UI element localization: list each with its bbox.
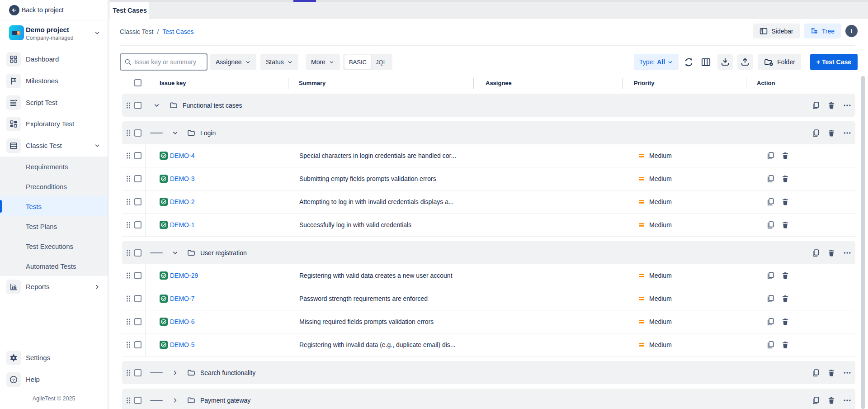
issue-key-link[interactable]: DEMO-1 — [170, 221, 194, 228]
info-icon[interactable]: i — [845, 25, 858, 37]
test-summary[interactable]: Password strength requirements are enfor… — [299, 295, 428, 302]
sidebar-item-settings[interactable]: Settings — [0, 347, 108, 369]
sidebar-item-exploratory-test[interactable]: Exploratory Test — [0, 113, 108, 135]
issue-key-link[interactable]: DEMO-7 — [170, 295, 194, 302]
copy-icon[interactable] — [766, 271, 774, 280]
trash-icon[interactable] — [781, 295, 789, 303]
trash-icon[interactable] — [827, 369, 836, 377]
breadcrumb-parent[interactable]: Classic Test — [120, 28, 153, 35]
drag-handle-icon[interactable] — [125, 175, 132, 183]
import-download-icon[interactable] — [717, 54, 733, 70]
column-header-assignee[interactable]: Assignee — [486, 80, 512, 86]
expand-chevron-icon[interactable] — [172, 249, 179, 256]
row-checkbox[interactable] — [134, 129, 142, 137]
row-checkbox[interactable] — [134, 272, 142, 279]
trash-icon[interactable] — [781, 341, 789, 349]
drag-handle-icon[interactable] — [125, 295, 132, 303]
sidebar-item-dashboard[interactable]: Dashboard — [0, 48, 108, 70]
test-summary[interactable]: Attempting to log in with invalid creden… — [299, 198, 454, 205]
copy-icon[interactable] — [766, 318, 774, 326]
trash-icon[interactable] — [827, 129, 836, 137]
test-summary[interactable]: Missing required fields prompts validati… — [299, 318, 434, 325]
select-all-checkbox[interactable] — [134, 79, 142, 86]
drag-handle-icon[interactable] — [125, 221, 132, 229]
issue-key-link[interactable]: DEMO-4 — [170, 152, 194, 159]
sidebar-item-classic-test[interactable]: Classic Test — [0, 135, 108, 157]
sidebar-item-tests[interactable]: Tests — [0, 196, 108, 216]
trash-icon[interactable] — [827, 396, 836, 404]
issue-key-link[interactable]: DEMO-2 — [170, 198, 194, 205]
test-summary[interactable]: Special characters in login credentials … — [299, 152, 456, 159]
trash-icon[interactable] — [827, 249, 836, 257]
expand-chevron-icon[interactable] — [172, 369, 179, 376]
drag-handle-icon[interactable] — [125, 369, 132, 377]
trash-icon[interactable] — [827, 101, 836, 109]
test-summary[interactable]: Successfully log in with valid credentia… — [299, 221, 411, 228]
row-checkbox[interactable] — [134, 295, 142, 302]
tab-test-cases[interactable]: Test Cases — [110, 2, 149, 19]
status-filter-button[interactable]: Status — [260, 54, 298, 70]
project-switcher-chevron-icon[interactable] — [94, 30, 100, 36]
copy-icon[interactable] — [766, 175, 774, 183]
row-checkbox[interactable] — [134, 102, 142, 109]
breadcrumb-current[interactable]: Test Cases — [162, 28, 193, 35]
copy-icon[interactable] — [766, 198, 774, 206]
expand-chevron-icon[interactable] — [172, 397, 179, 404]
drag-handle-icon[interactable] — [125, 198, 132, 206]
back-to-project[interactable]: Back to project — [0, 0, 108, 20]
sidebar-item-script-test[interactable]: Script Test — [0, 92, 108, 114]
sidebar-item-test-executions[interactable]: Test Executions — [0, 236, 108, 256]
more-options-icon[interactable] — [843, 249, 852, 257]
copy-icon[interactable] — [766, 341, 774, 349]
search-input[interactable] — [134, 58, 203, 66]
trash-icon[interactable] — [781, 318, 789, 326]
trash-icon[interactable] — [781, 152, 789, 160]
copy-icon[interactable] — [811, 396, 820, 404]
copy-icon[interactable] — [811, 129, 820, 137]
row-checkbox[interactable] — [134, 397, 142, 404]
copy-icon[interactable] — [766, 221, 774, 229]
folder-name[interactable]: Payment gateway — [200, 397, 250, 404]
column-header-priority[interactable]: Priority — [634, 80, 655, 86]
drag-handle-icon[interactable] — [125, 152, 132, 160]
expand-chevron-icon[interactable] — [153, 102, 160, 109]
more-filter-button[interactable]: More — [306, 54, 340, 70]
row-checkbox[interactable] — [134, 341, 142, 348]
sidebar-item-requirements[interactable]: Requirements — [0, 157, 108, 176]
copy-icon[interactable] — [766, 152, 774, 160]
copy-icon[interactable] — [766, 295, 774, 303]
issue-key-link[interactable]: DEMO-29 — [170, 272, 198, 279]
add-folder-button[interactable]: Folder — [758, 54, 801, 70]
row-checkbox[interactable] — [134, 318, 142, 325]
drag-handle-icon[interactable] — [125, 129, 132, 137]
basic-mode-button[interactable]: BASIC — [344, 55, 371, 69]
columns-icon[interactable] — [698, 55, 713, 69]
drag-handle-icon[interactable] — [125, 341, 132, 349]
row-checkbox[interactable] — [134, 369, 142, 376]
issue-key-link[interactable]: DEMO-6 — [170, 318, 194, 325]
export-upload-icon[interactable] — [737, 54, 753, 70]
row-checkbox[interactable] — [134, 221, 142, 228]
tree-view-button[interactable]: Tree — [804, 24, 841, 38]
test-summary[interactable]: Registering with valid data creates a ne… — [299, 272, 453, 279]
row-checkbox[interactable] — [134, 249, 142, 257]
search-box[interactable] — [120, 53, 208, 71]
drag-handle-icon[interactable] — [125, 396, 132, 404]
test-summary[interactable]: Registering with invalid data (e.g., dup… — [299, 341, 456, 348]
type-filter-button[interactable]: Type: All — [634, 54, 679, 70]
expand-chevron-icon[interactable] — [172, 129, 179, 136]
sidebar-item-help[interactable]: Help — [0, 369, 108, 390]
folder-name[interactable]: User registration — [200, 249, 247, 257]
new-test-case-button[interactable]: + Test Case — [810, 54, 858, 70]
jql-mode-button[interactable]: JQL — [371, 59, 391, 66]
copy-icon[interactable] — [811, 249, 820, 257]
vertical-scrollbar[interactable] — [861, 76, 865, 409]
column-header-issue-key[interactable]: Issue key — [160, 80, 186, 86]
trash-icon[interactable] — [781, 271, 789, 280]
drag-handle-icon[interactable] — [125, 271, 132, 280]
more-options-icon[interactable] — [843, 396, 852, 404]
issue-key-link[interactable]: DEMO-5 — [170, 341, 194, 348]
column-header-summary[interactable]: Summary — [299, 80, 326, 86]
sidebar-item-test-plans[interactable]: Test Plans — [0, 216, 108, 236]
column-header-action[interactable]: Action — [757, 80, 775, 86]
